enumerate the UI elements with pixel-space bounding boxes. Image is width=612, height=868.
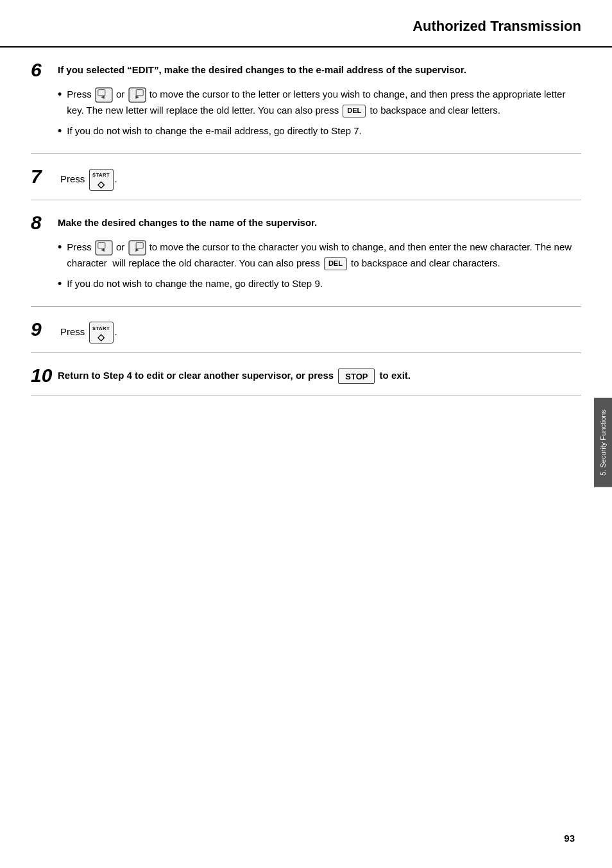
main-content: 6 If you selected “EDIT”, make the desir… [0,48,612,421]
step-9-press-label: Press [60,326,85,337]
step-10-title: Return to Step 4 to edit or clear anothe… [58,369,411,384]
page-number: 93 [564,833,575,844]
step-6-bullet-1: • Press ◄ or [58,87,581,118]
svg-text:►: ► [134,247,140,254]
step-8-number: 8 [31,212,58,233]
step-9-header: 9 Press START ◇ . [31,318,581,343]
step-8-bullet-1-text: Press ◄ or ► to move the cursor to t [67,239,581,271]
page-title: Authorized Transmission [0,0,612,48]
step-6-bullet-1-text: Press ◄ or ► [67,87,581,118]
step-8-block: 8 Make the desired changes to the name o… [31,200,581,307]
step-7-press-label: Press [60,173,85,184]
bullet-dot-4: • [58,276,62,292]
step-6-title: If you selected “EDIT”, make the desired… [58,63,466,78]
right-nav-key-icon: ► [128,87,146,103]
step-6-bullet-2-text: If you do not wish to change the e-mail … [67,123,581,139]
step-7-header: 7 Press START ◇ . [31,166,581,191]
step-10-number: 10 [31,365,58,386]
step-6-number: 6 [31,59,58,80]
start-key-9: START ◇ [89,322,114,343]
step-9-block: 9 Press START ◇ . [31,307,581,353]
left-nav-key-icon-8: ◄ [95,240,113,256]
step-7-number: 7 [31,166,58,187]
step-8-bullet-2-text: If you do not wish to change the name, g… [67,276,581,291]
step-6-header: 6 If you selected “EDIT”, make the desir… [31,59,581,80]
stop-key-icon: STOP [338,369,375,384]
start-icon-9: ◇ [98,333,105,342]
start-label: START [92,171,110,180]
start-icon: ◇ [98,180,105,189]
step-6-bullet-2: • If you do not wish to change the e-mai… [58,123,581,139]
start-key-7: START ◇ [89,169,114,191]
bullet-dot: • [58,87,62,103]
step-6-body: • Press ◄ or [58,87,581,139]
side-tab: 5. Security Functions [594,398,612,487]
svg-text:►: ► [134,94,140,100]
step-9-number: 9 [31,318,58,340]
step-7-block: 7 Press START ◇ . [31,154,581,200]
bullet-dot-3: • [58,239,62,256]
step-8-bullet-1: • Press ◄ or ► [58,239,581,271]
step-6-block: 6 If you selected “EDIT”, make the desir… [31,48,581,154]
step-9-title: Press START ◇ . [60,322,117,343]
step-6-bullets: • Press ◄ or [58,87,581,139]
svg-text:◄: ◄ [99,94,105,100]
del-key-icon: DEL [343,105,366,117]
step-8-body: • Press ◄ or ► [58,239,581,292]
start-label-9: START [92,324,110,333]
step-10-block: 10 Return to Step 4 to edit or clear ano… [31,353,581,395]
step-8-bullet-2: • If you do not wish to change the name,… [58,276,581,292]
step-8-title: Make the desired changes to the name of … [58,216,317,230]
left-nav-key-icon: ◄ [95,87,113,103]
step-7-title: Press START ◇ . [60,169,117,191]
bullet-dot-2: • [58,123,62,139]
step-8-header: 8 Make the desired changes to the name o… [31,212,581,233]
svg-text:◄: ◄ [99,247,105,254]
del-key-icon-8: DEL [324,257,347,270]
step-10-header: 10 Return to Step 4 to edit or clear ano… [31,365,581,386]
step-8-bullets: • Press ◄ or ► [58,239,581,292]
right-nav-key-icon-8: ► [128,240,146,256]
